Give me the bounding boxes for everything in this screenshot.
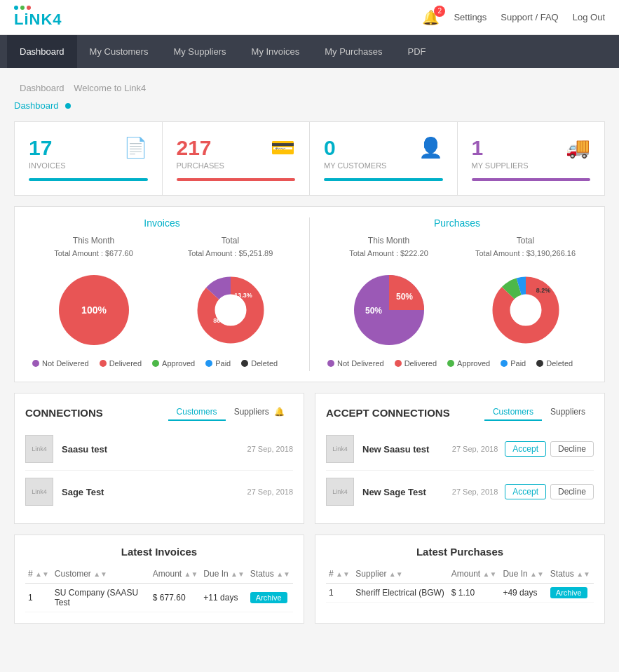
connection-item-2: Link4 Sage Test 27 Sep, 2018 bbox=[25, 471, 293, 513]
purchases-col-amount: Amount ▲▼ bbox=[449, 565, 501, 584]
purchase-row-1: 1 Sheriff Electrical (BGW) $ 1.10 +49 da… bbox=[326, 584, 594, 603]
approved-dot bbox=[152, 360, 159, 367]
p-sort-amount: ▲▼ bbox=[483, 570, 497, 578]
invoices-total-chart: 13.3% 86.7% bbox=[162, 264, 299, 356]
purchase-amount-1: $ 1.10 bbox=[449, 584, 501, 603]
stat-my-suppliers: 🚚 1 MY SUPPLIERS bbox=[458, 122, 605, 195]
connections-tab-suppliers[interactable]: Suppliers 🔔 bbox=[226, 404, 293, 421]
p-delivered-label: Delivered bbox=[404, 359, 437, 368]
conn-date-1: 27 Sep, 2018 bbox=[247, 445, 293, 453]
purchases-col-due: Due In ▲▼ bbox=[500, 565, 547, 584]
purchase-num-1: 1 bbox=[326, 584, 353, 603]
decline-btn-2[interactable]: Decline bbox=[550, 484, 594, 499]
svg-text:100%: 100% bbox=[81, 304, 107, 316]
nav-pdf[interactable]: PDF bbox=[395, 35, 439, 68]
invoices-col-amount: Amount ▲▼ bbox=[150, 565, 201, 584]
p-not-delivered-dot bbox=[327, 360, 334, 367]
nav-suppliers[interactable]: My Suppliers bbox=[161, 35, 238, 68]
settings-link[interactable]: Settings bbox=[454, 12, 487, 22]
delivered-dot bbox=[100, 360, 107, 367]
suppliers-label: MY SUPPLIERS bbox=[472, 161, 591, 170]
accept-item-2: Link4 New Sage Test 27 Sep, 2018 Accept … bbox=[326, 471, 594, 513]
breadcrumb-link[interactable]: Dashboard bbox=[14, 100, 59, 111]
connections-section: CONNECTIONS Customers Suppliers 🔔 Link4 … bbox=[14, 393, 605, 524]
p-sort-supplier: ▲▼ bbox=[389, 570, 403, 578]
invoice-amount-1: $ 677.60 bbox=[150, 584, 201, 612]
nav-invoices[interactable]: My Invoices bbox=[239, 35, 313, 68]
invoice-customer-1: SU Company (SAASU Test bbox=[52, 584, 150, 612]
conn-date-2: 27 Sep, 2018 bbox=[247, 488, 293, 496]
stat-my-customers: 👤 0 MY CUSTOMERS bbox=[310, 122, 458, 195]
sort-icon-customer: ▲▼ bbox=[93, 570, 107, 578]
svg-text:50%: 50% bbox=[395, 292, 412, 302]
sort-icon-num: ▲▼ bbox=[35, 570, 49, 578]
customers-icon: 👤 bbox=[419, 136, 443, 159]
p-approved-dot bbox=[447, 360, 454, 367]
purchases-this-month-chart: 50% 50% bbox=[320, 264, 457, 356]
purchases-legend: Not Delivered Delivered Approved Paid bbox=[320, 356, 594, 371]
purchases-total-col: Total Total Amount : $3,190,266.16 87.2%… bbox=[457, 236, 594, 356]
customers-label: MY CUSTOMERS bbox=[324, 161, 443, 170]
notification-bell[interactable]: 🔔 2 bbox=[422, 9, 440, 26]
logo-dot-1 bbox=[14, 6, 18, 10]
invoices-label: INVOICES bbox=[29, 161, 148, 170]
connections-tab-customers[interactable]: Customers bbox=[168, 404, 226, 421]
notif-count: 2 bbox=[434, 6, 445, 17]
accept-avatar-1: Link4 bbox=[326, 435, 354, 463]
invoices-icon: 📄 bbox=[123, 136, 148, 159]
page-header: Dashboard Welcome to Link4 Dashboard bbox=[14, 79, 605, 111]
invoices-this-month-chart: 100% bbox=[25, 264, 162, 356]
invoices-total-label: Total bbox=[162, 236, 299, 246]
conn-name-2: Sage Test bbox=[62, 487, 247, 497]
purchases-this-month-total: Total Amount : $222.20 bbox=[320, 249, 457, 257]
accept-btn-1[interactable]: Accept bbox=[505, 441, 546, 457]
p-sort-num: ▲▼ bbox=[336, 570, 350, 578]
p-legend-paid: Paid bbox=[501, 359, 526, 368]
accept-connections-box: ACCEPT CONNECTIONS Customers Suppliers L… bbox=[315, 393, 605, 524]
logo: LiNK4 bbox=[14, 6, 62, 29]
logo-text: LiNK4 bbox=[14, 11, 62, 29]
topbar: LiNK4 🔔 2 Settings Support / FAQ Log Out bbox=[0, 0, 619, 35]
decline-btn-1[interactable]: Decline bbox=[550, 441, 594, 457]
purchases-chart-title: Purchases bbox=[320, 217, 594, 229]
page-title: Dashboard Welcome to Link4 bbox=[14, 79, 605, 95]
purchases-label: PURCHASES bbox=[177, 161, 296, 170]
invoices-total-amount: Total Amount : $5,251.89 bbox=[162, 249, 299, 257]
support-link[interactable]: Support / FAQ bbox=[501, 12, 558, 22]
not-delivered-dot bbox=[32, 360, 39, 367]
invoices-this-month-col: This Month Total Amount : $677.60 100% bbox=[25, 236, 162, 356]
accept-date-2: 27 Sep, 2018 bbox=[452, 488, 498, 496]
purchases-col-num: # ▲▼ bbox=[326, 565, 353, 584]
invoices-col-due: Due In ▲▼ bbox=[200, 565, 247, 584]
deleted-label: Deleted bbox=[251, 359, 278, 368]
stat-purchases: 💳 217 PURCHASES bbox=[163, 122, 311, 195]
svg-text:13.3%: 13.3% bbox=[234, 292, 252, 299]
p-legend-delivered: Delivered bbox=[395, 359, 437, 368]
accept-tab-suppliers[interactable]: Suppliers bbox=[542, 404, 594, 421]
purchases-total-chart: 87.2% 8.2% bbox=[457, 264, 594, 356]
purchases-col-status: Status ▲▼ bbox=[547, 565, 594, 584]
approved-label: Approved bbox=[162, 359, 195, 368]
p-deleted-dot bbox=[536, 360, 543, 367]
logout-link[interactable]: Log Out bbox=[573, 12, 605, 22]
conn-avatar-1: Link4 bbox=[25, 435, 53, 463]
p-deleted-label: Deleted bbox=[546, 359, 573, 368]
p-sort-due: ▲▼ bbox=[530, 570, 544, 578]
topbar-right: 🔔 2 Settings Support / FAQ Log Out bbox=[422, 9, 605, 26]
nav-purchases[interactable]: My Purchases bbox=[312, 35, 395, 68]
nav-dashboard[interactable]: Dashboard bbox=[7, 35, 77, 68]
purchase-due-1: +49 days bbox=[500, 584, 547, 603]
accept-date-1: 27 Sep, 2018 bbox=[452, 445, 498, 453]
connections-list: Link4 Saasu test 27 Sep, 2018 Link4 Sage… bbox=[25, 428, 293, 513]
customers-bar bbox=[324, 178, 443, 181]
p-legend-approved: Approved bbox=[447, 359, 490, 368]
accept-tab-customers[interactable]: Customers bbox=[484, 404, 542, 421]
invoices-this-month-label: This Month bbox=[25, 236, 162, 246]
invoices-bar bbox=[29, 178, 148, 181]
sort-icon-due: ▲▼ bbox=[231, 570, 245, 578]
invoice-status-1: Archive bbox=[247, 584, 293, 612]
nav-customers[interactable]: My Customers bbox=[77, 35, 161, 68]
conn-avatar-2: Link4 bbox=[25, 478, 53, 506]
accept-btn-2[interactable]: Accept bbox=[505, 484, 546, 499]
invoices-table: # ▲▼ Customer ▲▼ Amount ▲▼ Due In ▲▼ Sta… bbox=[25, 565, 293, 612]
